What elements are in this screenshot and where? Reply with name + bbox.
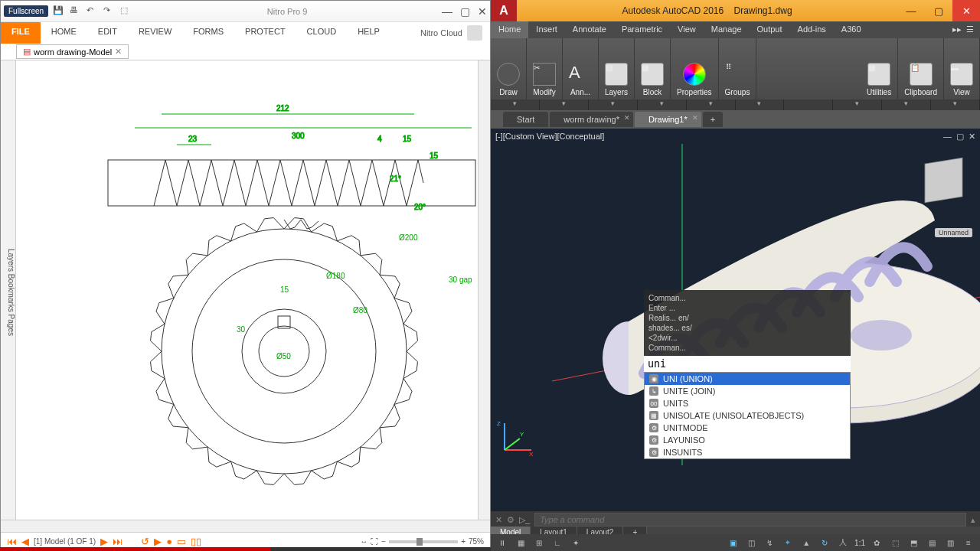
customize-icon[interactable]: ≡ — [962, 536, 975, 549]
anno-mon-icon[interactable]: ⬒ — [906, 536, 920, 549]
scale-readout[interactable]: 1:1 — [854, 539, 865, 547]
video-progress-bar[interactable] — [0, 547, 491, 551]
ribbon-expand-icon[interactable]: ▸▸ — [952, 24, 962, 35]
save-icon[interactable]: 💾 — [53, 5, 65, 18]
file-tab-worm[interactable]: worm drawing*✕ — [550, 112, 633, 127]
fullscreen-badge[interactable]: Fullscreen — [4, 5, 48, 17]
nitro-sidebar[interactable]: Layers Bookmarks Pages — [1, 60, 16, 520]
autocad-logo-icon[interactable]: A — [491, 0, 517, 21]
vp-close-icon[interactable]: ✕ — [969, 132, 975, 142]
ac-item-units[interactable]: 00UNITS — [645, 397, 850, 409]
viewport-label[interactable]: [-][Custom View][Conceptual] — [495, 132, 604, 141]
document-tab[interactable]: ▤ worm drawing-Model ✕ — [16, 44, 129, 59]
vp-max-icon[interactable]: ▢ — [956, 132, 964, 142]
panel-modify[interactable]: ✂Modify — [527, 38, 563, 99]
fit-page-icon[interactable]: ⛶ — [371, 537, 378, 546]
ribbon-tab-protect[interactable]: PROTECT — [234, 22, 296, 44]
stop-icon[interactable]: ● — [166, 536, 172, 547]
ac-item-insunits[interactable]: ⚙INSUNITS — [645, 446, 850, 458]
ribbon-tab-forms[interactable]: FORMS — [182, 22, 234, 44]
rotate-left-icon[interactable]: ↺ — [141, 536, 149, 547]
nitro-cloud-link[interactable]: Nitro Cloud — [413, 22, 490, 44]
cmd-recent-icon[interactable]: ▴ — [971, 515, 975, 525]
scrollbar-horizontal[interactable] — [1, 520, 490, 532]
zoom-out-button[interactable]: − — [381, 537, 386, 546]
file-tab-drawing1[interactable]: Drawing1*✕ — [635, 112, 701, 127]
cycling-toggle[interactable]: ↻ — [818, 536, 831, 549]
ac-item-layuniso[interactable]: ⚙LAYUNISO — [645, 434, 850, 446]
ucs-gizmo-icon[interactable]: Z X Y — [497, 419, 535, 458]
close-icon[interactable]: ✕ — [624, 114, 630, 122]
panel-utilities[interactable]: ▦Utilities — [861, 38, 898, 99]
print-icon[interactable]: 🖶 — [70, 5, 82, 18]
ribbon-tab-manage[interactable]: Manage — [704, 21, 750, 38]
prev-page-button[interactable]: ◀ — [21, 536, 29, 547]
select-icon[interactable]: ⬚ — [120, 5, 132, 18]
ribbon-tab-cloud[interactable]: CLOUD — [296, 22, 348, 44]
ribbon-menu-icon[interactable]: ☰ — [966, 24, 974, 35]
panel-annotation[interactable]: AAnn... — [563, 38, 599, 99]
file-tab-start[interactable]: Start — [503, 112, 548, 127]
ribbon-tab-home[interactable]: HOME — [41, 22, 87, 44]
pdf-canvas[interactable]: 212 300 23 4 15 15 30 21° 20° — [16, 60, 490, 520]
ribbon-tab-a360[interactable]: A360 — [834, 21, 869, 38]
ac-item-unite[interactable]: ↳UNITE (JOIN) — [645, 385, 850, 397]
ribbon-tab-parametric[interactable]: Parametric — [614, 21, 670, 38]
ac-item-union[interactable]: ◉UNI (UNION) — [645, 373, 850, 385]
polar-toggle[interactable]: ✦ — [569, 536, 583, 549]
zoom-in-button[interactable]: + — [461, 537, 466, 546]
next-page-button[interactable]: ▶ — [100, 536, 108, 547]
maximize-button[interactable]: ▢ — [460, 5, 470, 18]
minimize-button[interactable]: — — [897, 0, 925, 21]
anno-toggle[interactable]: 人 — [836, 536, 850, 549]
panel-clipboard[interactable]: 📋Clipboard — [898, 38, 944, 99]
user-avatar-icon[interactable] — [467, 25, 482, 41]
lwt-toggle[interactable]: ⌖ — [781, 536, 795, 549]
gear-icon[interactable]: ✿ — [870, 536, 884, 549]
maximize-button[interactable]: ▢ — [925, 0, 952, 21]
scrollbar-vertical[interactable] — [478, 60, 490, 520]
panel-properties[interactable]: Properties — [671, 38, 719, 99]
close-button[interactable]: ✕ — [952, 0, 980, 21]
tab-close-button[interactable]: ✕ — [115, 47, 122, 57]
osnap-toggle[interactable]: ▣ — [726, 536, 740, 549]
minimize-button[interactable]: — — [442, 5, 452, 18]
ribbon-tab-annotate[interactable]: Annotate — [565, 21, 614, 38]
fit-width-icon[interactable]: ↔ — [360, 537, 368, 546]
play-icon[interactable]: ▶ — [154, 536, 162, 547]
workspace-icon[interactable]: ⬚ — [888, 536, 902, 549]
clean-icon[interactable]: ▥ — [943, 536, 957, 549]
viewport[interactable]: [-][Custom View][Conceptual] —▢✕ Unnamed — [491, 129, 980, 511]
vp-min-icon[interactable]: — — [943, 132, 952, 142]
ribbon-tab-home[interactable]: Home — [491, 21, 528, 38]
transparency-toggle[interactable]: ▲ — [799, 536, 813, 549]
command-line-input[interactable] — [534, 513, 966, 527]
hardware-icon[interactable]: ▤ — [925, 536, 939, 549]
ac-item-unitmode[interactable]: ⚙UNITMODE — [645, 422, 850, 434]
ribbon-tab-edit[interactable]: EDIT — [87, 22, 128, 44]
ribbon-tab-addins[interactable]: Add-ins — [790, 21, 834, 38]
autocomplete-list[interactable]: ◉UNI (UNION) ↳UNITE (JOIN) 00UNITS ▦UNIS… — [644, 372, 851, 459]
panel-view[interactable]: ▬View — [944, 38, 980, 99]
ortho-toggle[interactable]: ∟ — [550, 536, 564, 549]
panel-layers[interactable]: ▤Layers — [599, 38, 635, 99]
ribbon-tab-insert[interactable]: Insert — [528, 21, 565, 38]
panel-groups[interactable]: ⠿Groups — [719, 38, 757, 99]
model-toggle[interactable]: ⏸ — [495, 536, 509, 549]
3dosnap-toggle[interactable]: ◫ — [744, 536, 758, 549]
first-page-button[interactable]: ⏮ — [7, 536, 17, 547]
close-icon[interactable]: ✕ — [692, 114, 698, 122]
close-button[interactable]: ✕ — [478, 5, 487, 18]
cmd-config-icon[interactable]: ⚙ — [507, 515, 514, 525]
dyn-toggle[interactable]: ↯ — [763, 536, 776, 549]
command-input[interactable] — [644, 356, 851, 372]
zoom-slider[interactable] — [389, 540, 458, 543]
last-page-button[interactable]: ⏭ — [113, 536, 122, 547]
ac-item-unisolate[interactable]: ▦UNISOLATE (UNISOLATEOBJECTS) — [645, 409, 850, 422]
undo-icon[interactable]: ↶ — [87, 5, 99, 18]
new-tab-button[interactable]: + — [703, 112, 723, 127]
panel-draw[interactable]: Draw — [491, 38, 527, 99]
grid-toggle[interactable]: ▦ — [514, 536, 528, 549]
ribbon-tab-file[interactable]: FILE — [1, 22, 41, 44]
ribbon-tab-review[interactable]: REVIEW — [128, 22, 182, 44]
